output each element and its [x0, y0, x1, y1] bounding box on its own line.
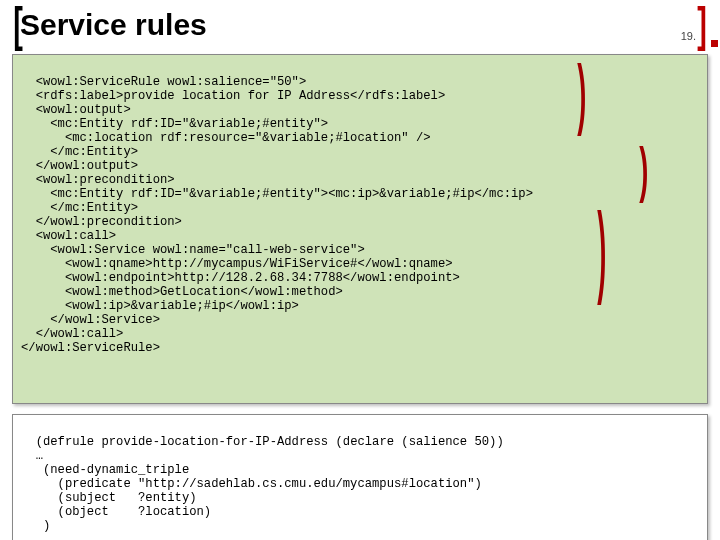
brace-precondition-icon: ) — [638, 161, 649, 183]
corner-bullet — [711, 40, 718, 47]
page-number: 19. — [681, 30, 696, 42]
lisp-code-text: (defrule provide-location-for-IP-Address… — [21, 435, 562, 540]
xml-code-block: <wowl:ServiceRule wowl:salience="50"> <r… — [12, 54, 708, 404]
brace-call-icon: ) — [596, 241, 607, 263]
bracket-right-icon: ] — [697, 5, 707, 45]
xml-code-text: <wowl:ServiceRule wowl:salience="50"> <r… — [21, 75, 533, 355]
title-bar: [ Service rules 19. ] — [0, 0, 720, 50]
bracket-left-icon: [ — [13, 5, 23, 45]
page-title: Service rules — [20, 8, 207, 42]
brace-output-icon: ) — [576, 85, 587, 107]
lisp-code-block: (defrule provide-location-for-IP-Address… — [12, 414, 708, 540]
